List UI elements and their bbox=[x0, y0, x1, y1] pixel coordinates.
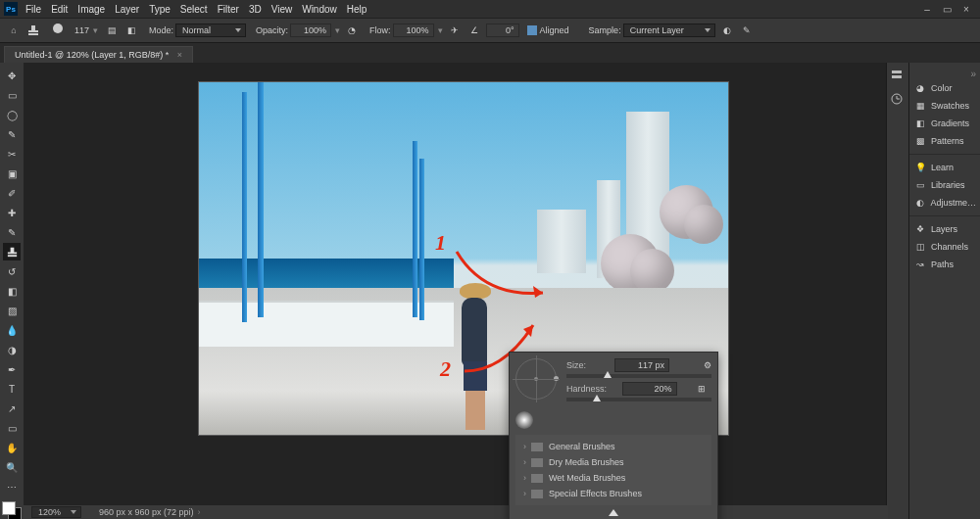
sample-dropdown[interactable]: Current Layer bbox=[623, 24, 715, 37]
menu-window[interactable]: Window bbox=[302, 4, 337, 15]
aligned-label: Aligned bbox=[540, 25, 569, 35]
properties-panel-icon[interactable] bbox=[890, 69, 906, 84]
document-tab[interactable]: Untitled-1 @ 120% (Layer 1, RGB/8#) * × bbox=[4, 46, 193, 63]
brush-folder-wet[interactable]: ›Wet Media Brushes bbox=[515, 470, 711, 486]
panel-adjustments[interactable]: ◐Adjustme… bbox=[909, 194, 980, 212]
brush-folder-special[interactable]: ›Special Effects Brushes bbox=[515, 486, 711, 501]
panel-learn[interactable]: 💡Learn bbox=[909, 159, 980, 176]
brush-size-input[interactable]: 117 px bbox=[614, 358, 669, 372]
svg-rect-0 bbox=[28, 33, 38, 35]
canvas-area[interactable]: 1 2 Size: 117 px ⚙ bbox=[24, 63, 886, 519]
quick-select-tool[interactable]: ✎ bbox=[3, 125, 21, 143]
gradients-icon: ◧ bbox=[913, 117, 927, 130]
angle-icon[interactable]: ∠ bbox=[466, 23, 482, 38]
pressure-opacity-icon[interactable]: ◔ bbox=[344, 23, 360, 38]
history-brush-tool[interactable]: ↺ bbox=[3, 262, 21, 280]
color-icon: ◕ bbox=[913, 81, 927, 95]
panel-channels[interactable]: ◫Channels bbox=[909, 238, 980, 256]
mode-dropdown[interactable]: Normal bbox=[175, 24, 246, 37]
gradient-tool[interactable]: ▨ bbox=[3, 302, 21, 319]
folder-label: Wet Media Brushes bbox=[549, 473, 625, 483]
airbrush-icon[interactable]: ✈ bbox=[447, 23, 463, 38]
flow-value[interactable]: 100% bbox=[393, 24, 434, 37]
panel-swatches[interactable]: ▦Swatches bbox=[909, 97, 980, 115]
brush-folder-dry[interactable]: ›Dry Media Brushes bbox=[515, 454, 711, 470]
ignore-adjustment-icon[interactable]: ◐ bbox=[719, 23, 735, 38]
crop-tool[interactable]: ✂ bbox=[3, 145, 21, 163]
brush-settings-icon[interactable]: ▤ bbox=[104, 23, 120, 38]
panel-paths[interactable]: ↝Paths bbox=[909, 256, 980, 273]
brush-panel-icon[interactable]: ◧ bbox=[123, 23, 139, 38]
panel-color[interactable]: ◕Color bbox=[909, 79, 980, 97]
zoom-level-dropdown[interactable]: 120% bbox=[31, 506, 81, 518]
minimize-button[interactable]: – bbox=[921, 4, 933, 15]
home-icon[interactable]: ⌂ bbox=[6, 23, 22, 38]
panel-libraries[interactable]: ▭Libraries bbox=[909, 176, 980, 194]
menu-file[interactable]: File bbox=[25, 4, 41, 15]
stamp-tool-icon[interactable] bbox=[25, 23, 41, 38]
close-button[interactable]: × bbox=[960, 4, 972, 15]
eyedropper-tool[interactable]: ✐ bbox=[3, 184, 21, 202]
maximize-button[interactable]: ▭ bbox=[941, 4, 953, 15]
dodge-tool[interactable]: ◑ bbox=[3, 341, 21, 358]
menu-layer[interactable]: Layer bbox=[115, 4, 139, 15]
brush-size-slider[interactable] bbox=[566, 374, 711, 378]
eraser-tool[interactable]: ◧ bbox=[3, 282, 21, 300]
panel-label: Channels bbox=[931, 242, 968, 252]
brush-preset-picker[interactable] bbox=[45, 23, 71, 38]
brush-tool[interactable]: ✎ bbox=[3, 223, 21, 241]
document-tab-title: Untitled-1 @ 120% (Layer 1, RGB/8#) * bbox=[15, 50, 169, 60]
clone-stamp-tool[interactable] bbox=[3, 243, 21, 260]
more-tools[interactable]: ⋯ bbox=[3, 478, 21, 495]
menu-select[interactable]: Select bbox=[180, 4, 208, 15]
menu-filter[interactable]: Filter bbox=[218, 4, 239, 15]
opacity-value[interactable]: 100% bbox=[290, 24, 331, 37]
menu-help[interactable]: Help bbox=[347, 4, 368, 15]
brush-folder-general[interactable]: ›General Brushes bbox=[515, 439, 711, 454]
history-panel-icon[interactable] bbox=[890, 92, 906, 108]
shape-tool[interactable]: ▭ bbox=[3, 419, 21, 437]
brush-tip-preview bbox=[515, 411, 533, 429]
brush-hardness-label: Hardness: bbox=[566, 384, 607, 394]
pressure-size-icon[interactable]: ✎ bbox=[739, 23, 755, 38]
svg-marker-3 bbox=[533, 286, 543, 298]
panel-label: Patterns bbox=[931, 136, 964, 146]
sample-label: Sample: bbox=[589, 25, 621, 35]
path-tool[interactable]: ↗ bbox=[3, 400, 21, 417]
panel-resize-handle[interactable] bbox=[609, 509, 618, 516]
move-tool[interactable]: ✥ bbox=[3, 67, 21, 84]
lasso-tool[interactable]: ◯ bbox=[3, 106, 21, 123]
folder-icon bbox=[531, 474, 543, 483]
collapsed-panels-strip bbox=[886, 63, 908, 519]
foreground-color-swatch[interactable] bbox=[2, 501, 16, 515]
hand-tool[interactable]: ✋ bbox=[3, 439, 21, 456]
panel-gradients[interactable]: ◧Gradients bbox=[909, 115, 980, 132]
zoom-tool[interactable]: 🔍 bbox=[3, 458, 21, 476]
color-swatches[interactable] bbox=[2, 501, 22, 519]
menu-type[interactable]: Type bbox=[149, 4, 171, 15]
blur-tool[interactable]: 💧 bbox=[3, 321, 21, 339]
menu-view[interactable]: View bbox=[271, 4, 293, 15]
brush-angle-control[interactable] bbox=[515, 358, 557, 400]
menu-image[interactable]: Image bbox=[77, 4, 105, 15]
menu-edit[interactable]: Edit bbox=[51, 4, 68, 15]
brush-hardness-input[interactable]: 20% bbox=[622, 382, 677, 396]
aligned-checkbox[interactable] bbox=[527, 25, 537, 35]
panel-layers[interactable]: ❖Layers bbox=[909, 220, 980, 238]
paths-icon: ↝ bbox=[913, 258, 927, 271]
marquee-tool[interactable]: ▭ bbox=[3, 86, 21, 104]
angle-value[interactable]: 0° bbox=[486, 24, 519, 37]
collapse-panels-icon[interactable]: » bbox=[909, 69, 980, 79]
panel-label: Swatches bbox=[931, 101, 969, 111]
new-brush-icon[interactable]: ⊞ bbox=[698, 384, 711, 394]
type-tool[interactable]: T bbox=[3, 380, 21, 398]
brush-menu-gear-icon[interactable]: ⚙ bbox=[704, 360, 711, 370]
panel-patterns[interactable]: ▩Patterns bbox=[909, 132, 980, 150]
frame-tool[interactable]: ▣ bbox=[3, 165, 21, 182]
pen-tool[interactable]: ✒ bbox=[3, 360, 21, 378]
healing-tool[interactable]: ✚ bbox=[3, 204, 21, 221]
close-tab-icon[interactable]: × bbox=[177, 50, 182, 60]
brush-hardness-slider[interactable] bbox=[566, 398, 711, 401]
document-dimensions: 960 px x 960 px (72 ppi) bbox=[99, 507, 194, 517]
menu-3d[interactable]: 3D bbox=[249, 4, 262, 15]
